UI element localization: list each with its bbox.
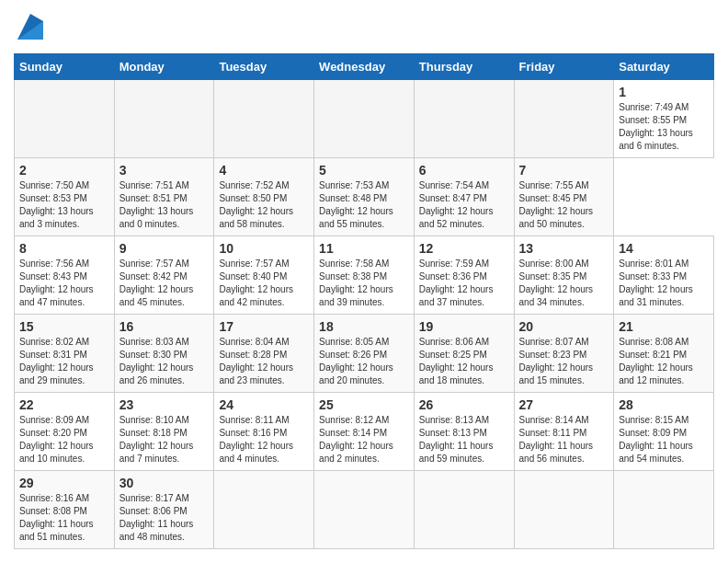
day-info: Sunrise: 7:58 AMSunset: 8:38 PMDaylight:… <box>319 259 393 307</box>
calendar-day-cell: 1 Sunrise: 7:49 AMSunset: 8:55 PMDayligh… <box>614 80 714 158</box>
day-number: 9 <box>119 241 210 256</box>
day-number: 1 <box>619 85 709 99</box>
day-info: Sunrise: 7:59 AMSunset: 8:36 PMDaylight:… <box>419 259 494 307</box>
calendar-day-cell <box>414 80 514 158</box>
day-number: 14 <box>619 241 709 256</box>
day-number: 20 <box>519 319 609 334</box>
day-info: Sunrise: 7:49 AMSunset: 8:55 PMDaylight:… <box>619 102 693 151</box>
day-info: Sunrise: 8:02 AMSunset: 8:31 PMDaylight:… <box>19 337 94 385</box>
calendar-day-cell: 16 Sunrise: 8:03 AMSunset: 8:30 PMDaylig… <box>114 315 214 393</box>
calendar-header-day: Friday <box>514 54 614 80</box>
calendar-day-cell: 9 Sunrise: 7:57 AMSunset: 8:42 PMDayligh… <box>114 236 214 315</box>
day-info: Sunrise: 7:57 AMSunset: 8:42 PMDaylight:… <box>119 259 194 307</box>
calendar-day-cell: 12 Sunrise: 7:59 AMSunset: 8:36 PMDaylig… <box>414 236 514 315</box>
calendar-day-cell: 6 Sunrise: 7:54 AMSunset: 8:47 PMDayligh… <box>414 158 514 236</box>
calendar-day-cell: 24 Sunrise: 8:11 AMSunset: 8:16 PMDaylig… <box>214 393 314 471</box>
calendar-header-day: Saturday <box>614 54 714 80</box>
day-info: Sunrise: 8:16 AMSunset: 8:08 PMDaylight:… <box>19 493 94 542</box>
calendar-day-cell: 3 Sunrise: 7:51 AMSunset: 8:51 PMDayligh… <box>114 158 214 236</box>
day-info: Sunrise: 8:06 AMSunset: 8:25 PMDaylight:… <box>419 337 494 385</box>
header <box>14 14 714 44</box>
day-info: Sunrise: 8:15 AMSunset: 8:09 PMDaylight:… <box>619 415 693 464</box>
calendar-day-cell: 29 Sunrise: 8:16 AMSunset: 8:08 PMDaylig… <box>15 471 115 549</box>
day-number: 10 <box>219 241 309 256</box>
calendar-day-cell: 18 Sunrise: 8:05 AMSunset: 8:26 PMDaylig… <box>314 315 415 393</box>
day-info: Sunrise: 7:52 AMSunset: 8:50 PMDaylight:… <box>219 180 293 229</box>
calendar-day-cell: 28 Sunrise: 8:15 AMSunset: 8:09 PMDaylig… <box>614 393 714 471</box>
day-info: Sunrise: 8:11 AMSunset: 8:16 PMDaylight:… <box>219 415 293 464</box>
day-info: Sunrise: 8:05 AMSunset: 8:26 PMDaylight:… <box>319 337 393 385</box>
calendar-day-cell <box>314 80 415 158</box>
day-info: Sunrise: 8:07 AMSunset: 8:23 PMDaylight:… <box>519 337 594 385</box>
calendar-table: SundayMondayTuesdayWednesdayThursdayFrid… <box>14 53 714 549</box>
day-info: Sunrise: 8:14 AMSunset: 8:11 PMDaylight:… <box>519 415 594 464</box>
day-info: Sunrise: 7:56 AMSunset: 8:43 PMDaylight:… <box>19 259 94 307</box>
day-number: 23 <box>119 397 210 412</box>
calendar-day-cell: 8 Sunrise: 7:56 AMSunset: 8:43 PMDayligh… <box>15 236 115 315</box>
day-number: 17 <box>219 319 309 334</box>
calendar-day-cell: 4 Sunrise: 7:52 AMSunset: 8:50 PMDayligh… <box>214 158 314 236</box>
calendar-header-day: Thursday <box>414 54 514 80</box>
calendar-day-cell <box>114 80 214 158</box>
logo-icon <box>17 14 43 40</box>
day-number: 16 <box>119 319 210 334</box>
calendar-day-cell: 25 Sunrise: 8:12 AMSunset: 8:14 PMDaylig… <box>314 393 415 471</box>
day-info: Sunrise: 8:01 AMSunset: 8:33 PMDaylight:… <box>619 259 693 307</box>
day-number: 19 <box>419 319 509 334</box>
day-number: 18 <box>319 319 409 334</box>
calendar-day-cell: 30 Sunrise: 8:17 AMSunset: 8:06 PMDaylig… <box>114 471 214 549</box>
day-number: 11 <box>319 241 409 256</box>
day-info: Sunrise: 8:12 AMSunset: 8:14 PMDaylight:… <box>319 415 393 464</box>
calendar-day-cell: 26 Sunrise: 8:13 AMSunset: 8:13 PMDaylig… <box>414 393 514 471</box>
calendar-week-row: 8 Sunrise: 7:56 AMSunset: 8:43 PMDayligh… <box>15 236 714 315</box>
calendar-week-row: 15 Sunrise: 8:02 AMSunset: 8:31 PMDaylig… <box>15 315 714 393</box>
day-number: 4 <box>219 163 309 178</box>
calendar-day-cell <box>414 471 514 549</box>
day-info: Sunrise: 7:54 AMSunset: 8:47 PMDaylight:… <box>419 180 494 229</box>
calendar-week-row: 2 Sunrise: 7:50 AMSunset: 8:53 PMDayligh… <box>15 158 714 236</box>
calendar-day-cell <box>614 471 714 549</box>
day-info: Sunrise: 7:53 AMSunset: 8:48 PMDaylight:… <box>319 180 393 229</box>
day-info: Sunrise: 8:00 AMSunset: 8:35 PMDaylight:… <box>519 259 594 307</box>
day-info: Sunrise: 8:10 AMSunset: 8:18 PMDaylight:… <box>119 415 194 464</box>
day-number: 3 <box>119 163 210 178</box>
day-info: Sunrise: 8:17 AMSunset: 8:06 PMDaylight:… <box>119 493 194 542</box>
calendar-header-day: Tuesday <box>214 54 314 80</box>
calendar-day-cell: 22 Sunrise: 8:09 AMSunset: 8:20 PMDaylig… <box>15 393 115 471</box>
calendar-week-row: 22 Sunrise: 8:09 AMSunset: 8:20 PMDaylig… <box>15 393 714 471</box>
calendar-header-row: SundayMondayTuesdayWednesdayThursdayFrid… <box>15 54 714 80</box>
calendar-day-cell <box>514 471 614 549</box>
calendar-day-cell: 7 Sunrise: 7:55 AMSunset: 8:45 PMDayligh… <box>514 158 614 236</box>
calendar-day-cell: 27 Sunrise: 8:14 AMSunset: 8:11 PMDaylig… <box>514 393 614 471</box>
day-number: 5 <box>319 163 409 178</box>
day-info: Sunrise: 8:08 AMSunset: 8:21 PMDaylight:… <box>619 337 693 385</box>
calendar-header: SundayMondayTuesdayWednesdayThursdayFrid… <box>15 54 714 80</box>
calendar-day-cell <box>214 80 314 158</box>
calendar-day-cell: 19 Sunrise: 8:06 AMSunset: 8:25 PMDaylig… <box>414 315 514 393</box>
day-info: Sunrise: 7:55 AMSunset: 8:45 PMDaylight:… <box>519 180 594 229</box>
day-info: Sunrise: 7:50 AMSunset: 8:53 PMDaylight:… <box>19 180 94 229</box>
calendar-day-cell <box>15 80 115 158</box>
calendar-day-cell <box>514 80 614 158</box>
calendar-day-cell: 15 Sunrise: 8:02 AMSunset: 8:31 PMDaylig… <box>15 315 115 393</box>
calendar-day-cell: 10 Sunrise: 7:57 AMSunset: 8:40 PMDaylig… <box>214 236 314 315</box>
calendar-day-cell: 5 Sunrise: 7:53 AMSunset: 8:48 PMDayligh… <box>314 158 415 236</box>
day-number: 12 <box>419 241 509 256</box>
calendar-day-cell: 17 Sunrise: 8:04 AMSunset: 8:28 PMDaylig… <box>214 315 314 393</box>
calendar-body: 1 Sunrise: 7:49 AMSunset: 8:55 PMDayligh… <box>15 80 714 549</box>
calendar-day-cell: 2 Sunrise: 7:50 AMSunset: 8:53 PMDayligh… <box>15 158 115 236</box>
calendar-header-day: Wednesday <box>314 54 415 80</box>
day-number: 13 <box>519 241 609 256</box>
day-info: Sunrise: 7:51 AMSunset: 8:51 PMDaylight:… <box>119 180 194 229</box>
calendar-week-row: 1 Sunrise: 7:49 AMSunset: 8:55 PMDayligh… <box>15 80 714 158</box>
day-number: 7 <box>519 163 609 178</box>
day-number: 27 <box>519 397 609 412</box>
calendar-day-cell: 20 Sunrise: 8:07 AMSunset: 8:23 PMDaylig… <box>514 315 614 393</box>
day-number: 26 <box>419 397 509 412</box>
day-number: 28 <box>619 397 709 412</box>
day-number: 21 <box>619 319 709 334</box>
calendar-day-cell: 14 Sunrise: 8:01 AMSunset: 8:33 PMDaylig… <box>614 236 714 315</box>
calendar-day-cell: 23 Sunrise: 8:10 AMSunset: 8:18 PMDaylig… <box>114 393 214 471</box>
day-number: 6 <box>419 163 509 178</box>
day-info: Sunrise: 8:04 AMSunset: 8:28 PMDaylight:… <box>219 337 293 385</box>
